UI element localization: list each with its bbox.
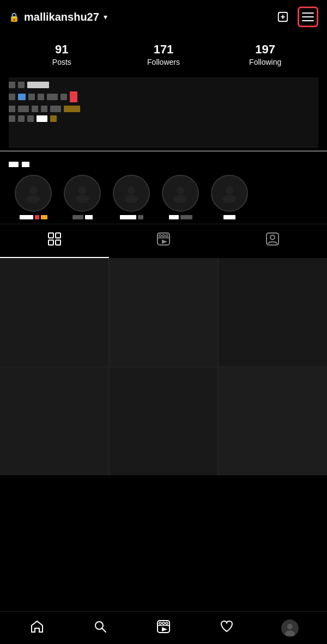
lock-icon: 🔒 — [9, 12, 20, 22]
reels-icon — [156, 232, 171, 249]
following-count: 197 — [214, 42, 316, 57]
tab-grid[interactable] — [0, 224, 109, 258]
reels-nav-icon — [156, 620, 171, 637]
posts-stat[interactable]: 91 Posts — [11, 42, 113, 66]
tab-tagged[interactable] — [218, 224, 327, 258]
menu-button[interactable] — [298, 7, 318, 27]
following-stat[interactable]: 197 Following — [214, 42, 316, 66]
highlights-scroll[interactable] — [0, 170, 327, 224]
highlight-circle — [211, 175, 248, 212]
profile-bio-area — [0, 73, 327, 148]
tabs-row — [0, 224, 327, 258]
svg-point-34 — [287, 624, 293, 629]
svg-marker-32 — [162, 627, 167, 631]
avatar — [281, 620, 299, 637]
username-area: 🔒 mallikanshu27 ▾ — [9, 11, 107, 23]
svg-point-28 — [159, 622, 161, 624]
grid-icon — [47, 232, 62, 249]
highlight-item[interactable] — [156, 175, 205, 219]
highlights-section — [0, 154, 327, 224]
blurred-bio — [9, 77, 318, 148]
bottom-nav — [0, 611, 327, 644]
grid-cell[interactable] — [219, 367, 327, 476]
svg-point-3 — [29, 186, 37, 194]
highlight-item[interactable] — [9, 175, 58, 219]
add-content-button[interactable] — [272, 7, 293, 27]
nav-search[interactable] — [87, 617, 114, 639]
tagged-icon — [265, 232, 280, 249]
svg-point-9 — [177, 186, 184, 194]
top-header: 🔒 mallikanshu27 ▾ — [0, 0, 327, 32]
svg-point-8 — [124, 195, 138, 203]
followers-count: 171 — [113, 42, 215, 57]
heart-icon — [220, 620, 234, 637]
followers-label: Followers — [113, 58, 215, 66]
username-text: mallikanshu27 — [24, 11, 99, 23]
bottom-spacer — [0, 475, 327, 513]
highlight-circle — [64, 175, 101, 212]
posts-label: Posts — [11, 58, 113, 66]
highlight-item[interactable] — [58, 175, 107, 219]
grid-cell[interactable] — [110, 258, 218, 366]
svg-point-30 — [166, 622, 168, 624]
grid-cell[interactable] — [0, 367, 108, 476]
followers-stat[interactable]: 171 Followers — [113, 42, 215, 66]
following-label: Following — [214, 58, 316, 66]
nav-heart[interactable] — [213, 617, 240, 639]
home-icon — [30, 620, 44, 637]
nav-profile[interactable] — [276, 617, 304, 639]
grid-cell[interactable] — [219, 258, 327, 366]
svg-point-29 — [162, 622, 165, 624]
svg-rect-15 — [49, 240, 53, 245]
grid-cell[interactable] — [110, 367, 218, 476]
highlight-item[interactable] — [205, 175, 254, 219]
highlight-item[interactable] — [107, 175, 156, 219]
grid-cell[interactable] — [0, 258, 108, 366]
svg-point-19 — [162, 235, 165, 237]
svg-point-6 — [75, 195, 89, 203]
svg-point-20 — [166, 235, 168, 237]
header-icons — [272, 7, 318, 27]
stats-row: 91 Posts 171 Followers 197 Following — [0, 34, 327, 73]
chevron-down-icon[interactable]: ▾ — [104, 13, 107, 21]
svg-point-18 — [159, 235, 161, 237]
highlight-circle — [15, 175, 52, 212]
nav-home[interactable] — [23, 617, 51, 639]
search-icon — [93, 620, 107, 637]
posts-count: 91 — [11, 42, 113, 57]
nav-reels[interactable] — [150, 617, 177, 639]
svg-rect-13 — [49, 233, 53, 238]
svg-rect-14 — [56, 233, 60, 238]
divider-bar — [0, 150, 327, 152]
svg-point-4 — [26, 195, 40, 203]
highlight-circle — [162, 175, 199, 212]
svg-point-24 — [270, 235, 275, 240]
svg-point-7 — [128, 186, 135, 194]
highlight-circle — [113, 175, 150, 212]
svg-point-5 — [78, 186, 86, 194]
svg-point-11 — [226, 186, 233, 194]
hamburger-icon — [302, 13, 314, 21]
posts-grid — [0, 258, 327, 475]
svg-point-12 — [222, 195, 236, 203]
svg-point-10 — [173, 195, 187, 203]
svg-line-26 — [102, 628, 106, 632]
plus-icon — [277, 11, 289, 23]
svg-marker-22 — [162, 240, 167, 244]
svg-rect-16 — [56, 240, 60, 245]
tab-reels[interactable] — [109, 224, 218, 258]
